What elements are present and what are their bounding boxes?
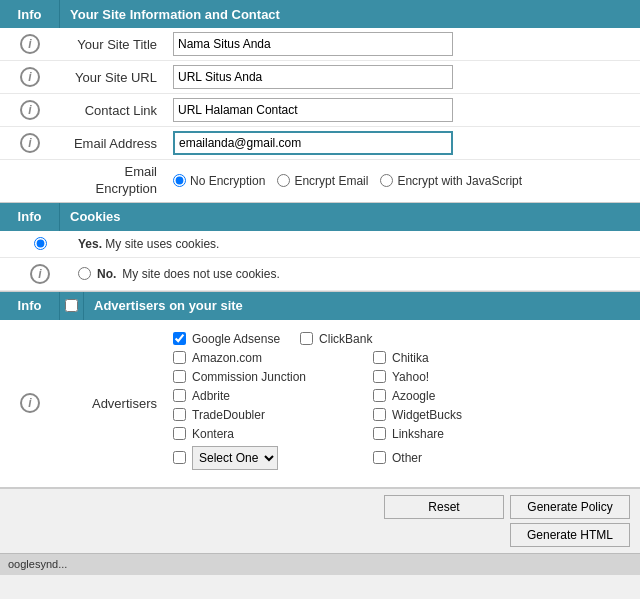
yahoo-item: Yahoo! — [373, 370, 429, 384]
site-title-label: Your Site Title — [60, 33, 165, 56]
advertisers-header: Info Advertisers on your site — [0, 292, 640, 320]
azoogle-checkbox[interactable] — [373, 389, 386, 402]
google-adsense-checkbox[interactable] — [173, 332, 186, 345]
cookies-no-info-icon: i — [30, 264, 50, 284]
cookies-yes-radio[interactable] — [34, 237, 47, 250]
encryption-options: No Encryption Encrypt Email Encrypt with… — [165, 170, 640, 192]
advertisers-grid: Google Adsense ClickBank Amazon.com — [165, 328, 640, 479]
cookies-header: Info Cookies — [0, 203, 640, 231]
advertisers-row-1: Google Adsense ClickBank — [173, 332, 632, 346]
clickbank-item: ClickBank — [300, 332, 372, 346]
contact-link-icon-cell: i — [0, 100, 60, 120]
site-info-title: Your Site Information and Contact — [60, 7, 280, 22]
yahoo-checkbox[interactable] — [373, 370, 386, 383]
chitika-checkbox[interactable] — [373, 351, 386, 364]
site-info-header-info: Info — [0, 0, 60, 28]
advertisers-header-checkbox[interactable] — [65, 299, 78, 312]
site-info-header: Info Your Site Information and Contact — [0, 0, 640, 28]
amazon-item: Amazon.com — [173, 351, 353, 365]
advertisers-label: Advertisers — [60, 392, 165, 415]
linkshare-checkbox[interactable] — [373, 427, 386, 440]
cookies-no-row: i No. My site does not use cookies. — [0, 258, 640, 291]
cookies-no-icon-cell: i — [10, 264, 70, 284]
encrypt-email-option: Encrypt Email — [277, 174, 368, 188]
cookies-title: Cookies — [60, 209, 121, 224]
other-item: Other — [373, 446, 422, 470]
amazon-label: Amazon.com — [192, 351, 262, 365]
cookies-yes-label: Yes. My site uses cookies. — [78, 237, 219, 251]
yahoo-label: Yahoo! — [392, 370, 429, 384]
clickbank-label: ClickBank — [319, 332, 372, 346]
site-url-icon-cell: i — [0, 67, 60, 87]
site-info-form: i Your Site Title i Your Site URL i Cont… — [0, 28, 640, 203]
encryption-label: EmailEncryption — [60, 160, 165, 202]
contact-link-info-icon: i — [20, 100, 40, 120]
site-title-icon-cell: i — [0, 34, 60, 54]
site-title-row: i Your Site Title — [0, 28, 640, 61]
google-adsense-item: Google Adsense — [173, 332, 280, 346]
advertisers-row-7: Select One Other — [173, 446, 632, 470]
contact-link-input-cell — [165, 94, 640, 126]
kontera-label: Kontera — [192, 427, 234, 441]
encrypt-js-radio[interactable] — [380, 174, 393, 187]
email-address-label: Email Address — [60, 132, 165, 155]
select-one-dropdown[interactable]: Select One — [192, 446, 278, 470]
tradedoubler-checkbox[interactable] — [173, 408, 186, 421]
generate-html-button[interactable]: Generate HTML — [510, 523, 630, 547]
cookies-yes-bold: Yes. — [78, 237, 102, 251]
email-address-info-icon: i — [20, 133, 40, 153]
site-title-input[interactable] — [173, 32, 453, 56]
cookies-no-radio[interactable] — [78, 267, 91, 280]
button-row-2: Generate HTML — [510, 523, 630, 547]
cookies-header-info: Info — [0, 203, 60, 231]
other-label: Other — [392, 451, 422, 465]
widgetbucks-item: WidgetBucks — [373, 408, 462, 422]
site-url-label: Your Site URL — [60, 66, 165, 89]
cookies-yes-row: Yes. My site uses cookies. — [0, 231, 640, 258]
cookies-form: Yes. My site uses cookies. i No. My site… — [0, 231, 640, 292]
google-adsense-label: Google Adsense — [192, 332, 280, 346]
bottom-bar: Reset Generate Policy Generate HTML — [0, 488, 640, 553]
commission-junction-checkbox[interactable] — [173, 370, 186, 383]
page-wrapper: Info Your Site Information and Contact i… — [0, 0, 640, 575]
email-address-row: i Email Address — [0, 127, 640, 160]
advertisers-title: Advertisers on your site — [84, 298, 243, 313]
encrypt-js-option: Encrypt with JavaScript — [380, 174, 522, 188]
cookies-no-bold: No. — [97, 267, 116, 281]
site-url-row: i Your Site URL — [0, 61, 640, 94]
contact-link-label: Contact Link — [60, 99, 165, 122]
advertisers-row-4: Adbrite Azoogle — [173, 389, 632, 403]
advertisers-row-6: Kontera Linkshare — [173, 427, 632, 441]
advertisers-row-3: Commission Junction Yahoo! — [173, 370, 632, 384]
adbrite-checkbox[interactable] — [173, 389, 186, 402]
encrypt-js-label: Encrypt with JavaScript — [397, 174, 522, 188]
cookies-yes-icon-cell — [10, 237, 70, 250]
advertisers-form: i Advertisers Google Adsense ClickBank — [0, 320, 640, 488]
select-one-checkbox[interactable] — [173, 451, 186, 464]
advertisers-row-5: TradeDoubler WidgetBucks — [173, 408, 632, 422]
kontera-checkbox[interactable] — [173, 427, 186, 440]
site-url-input[interactable] — [173, 65, 453, 89]
encrypt-email-radio[interactable] — [277, 174, 290, 187]
amazon-checkbox[interactable] — [173, 351, 186, 364]
advertisers-icon-cell: i — [0, 393, 60, 413]
cookies-no-label: No. My site does not use cookies. — [78, 267, 280, 281]
kontera-item: Kontera — [173, 427, 353, 441]
site-title-input-cell — [165, 28, 640, 60]
other-checkbox[interactable] — [373, 451, 386, 464]
encryption-row: EmailEncryption No Encryption Encrypt Em… — [0, 160, 640, 202]
email-address-input-cell — [165, 127, 640, 159]
reset-button[interactable]: Reset — [384, 495, 504, 519]
site-title-info-icon: i — [20, 34, 40, 54]
clickbank-checkbox[interactable] — [300, 332, 313, 345]
advertisers-info-icon: i — [20, 393, 40, 413]
widgetbucks-checkbox[interactable] — [373, 408, 386, 421]
no-encryption-radio[interactable] — [173, 174, 186, 187]
site-url-input-cell — [165, 61, 640, 93]
button-row-1: Reset Generate Policy — [384, 495, 630, 519]
generate-policy-button[interactable]: Generate Policy — [510, 495, 630, 519]
email-address-icon-cell: i — [0, 133, 60, 153]
contact-link-input[interactable] — [173, 98, 453, 122]
email-address-input[interactable] — [173, 131, 453, 155]
status-text: ooglesynd... — [8, 558, 67, 570]
